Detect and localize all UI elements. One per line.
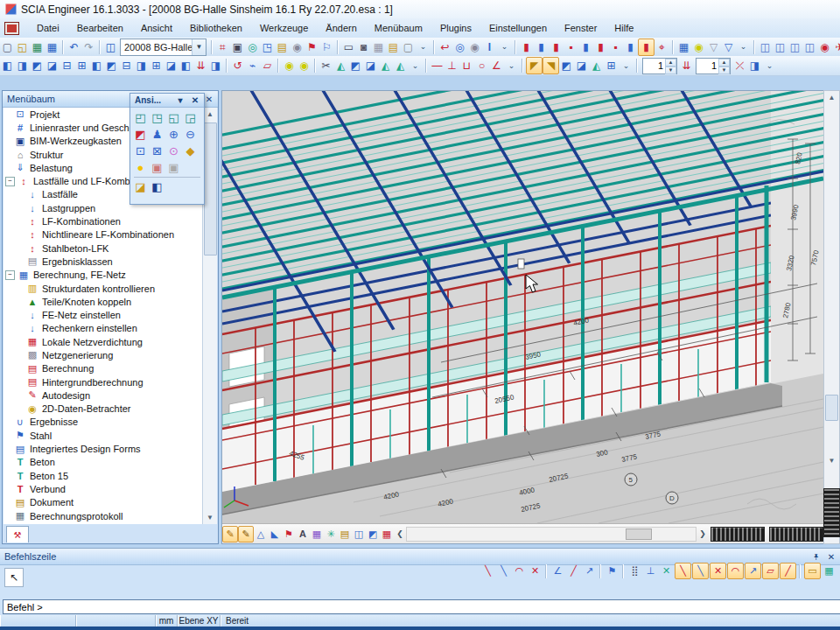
tree-item-netzgenerierung[interactable]: Netzgenerierung [4, 348, 203, 361]
break-icon[interactable] [348, 58, 363, 74]
menu-datei[interactable]: Datei [28, 20, 68, 36]
horizontal-scrollbar[interactable] [406, 527, 696, 542]
zoom-all-icon[interactable] [149, 143, 165, 159]
tree-item-ergebnisklassen[interactable]: Ergebnisklassen [4, 255, 203, 268]
vertical-scrollbar[interactable]: ▲ ▼ [823, 90, 840, 544]
snap-line-icon[interactable] [480, 564, 495, 578]
visibility-icon[interactable] [817, 39, 832, 55]
subregion-icon[interactable] [119, 58, 134, 74]
print-preview-icon[interactable] [356, 39, 371, 55]
select-beam-icon[interactable] [519, 39, 534, 55]
redo-icon[interactable] [81, 39, 96, 55]
light-icon[interactable] [132, 159, 149, 176]
close-icon[interactable]: ✕ [825, 550, 837, 563]
document-window-icon[interactable] [4, 22, 19, 35]
calculator-icon[interactable] [371, 39, 386, 55]
angle-icon[interactable] [489, 58, 504, 74]
menu-menubaum[interactable]: Menübaum [366, 20, 431, 36]
tree-item-dokument[interactable]: Dokument [4, 496, 203, 509]
command-input[interactable]: Befehl > [3, 599, 840, 614]
arc-3pt-icon[interactable] [459, 58, 474, 74]
tree-item-lf-kombinationen[interactable]: LF-Kombinationen [4, 214, 203, 228]
menu-werkzeuge[interactable]: Werkzeuge [251, 20, 317, 36]
scroll-up-icon[interactable]: ▲ [824, 91, 839, 104]
intersection-icon[interactable] [208, 58, 223, 74]
rotate-z-control[interactable] [823, 488, 840, 537]
tree-item-ergebnisse[interactable]: Ergebnisse [4, 416, 203, 429]
top-view-icon[interactable] [182, 109, 199, 126]
copy-attributes-icon[interactable] [758, 39, 773, 55]
filter-icon[interactable] [706, 39, 721, 55]
zoom-in-icon[interactable] [165, 126, 182, 143]
save-all-icon[interactable] [30, 39, 45, 55]
filter-active-icon[interactable] [721, 39, 736, 55]
spinner-buttons[interactable]: ▲▼ [718, 59, 730, 74]
toolbar-overflow-icon[interactable] [619, 58, 634, 74]
picture-export-icon[interactable] [386, 39, 401, 55]
scrollbar-thumb[interactable] [204, 122, 217, 256]
polyline-icon[interactable] [245, 58, 260, 74]
status-plane[interactable]: Ebene XY [178, 615, 220, 626]
select-by-property-icon[interactable] [593, 39, 608, 55]
project-settings-icon[interactable] [215, 39, 230, 55]
circle-icon[interactable] [474, 58, 489, 74]
support-icon[interactable] [45, 58, 60, 74]
tree-item-rechenkern[interactable]: Rechenkern einstellen [4, 322, 203, 335]
snap-orthogonal-icon[interactable] [745, 563, 761, 579]
scroll-down-icon[interactable]: ▼ [824, 454, 839, 467]
scale-spinner[interactable]: 1 ▲▼ [696, 58, 731, 74]
section-box-icon[interactable] [132, 178, 149, 195]
combobox-arrow-icon[interactable]: ▼ [192, 39, 206, 55]
tree-item-teile-knoten[interactable]: Teile/Knoten koppeln [4, 295, 203, 308]
zoom-selection-icon[interactable] [165, 143, 182, 159]
cross-link-icon[interactable] [60, 58, 74, 74]
menu-ansicht[interactable]: Ansicht [132, 20, 181, 36]
render-mode-icon[interactable] [149, 159, 165, 176]
trim-icon[interactable] [318, 58, 333, 74]
labels-display-icon[interactable] [296, 527, 310, 542]
edit-draw2-icon[interactable] [238, 526, 254, 542]
toolbar-overflow-icon[interactable] [408, 58, 423, 74]
edit-draw-icon[interactable] [222, 526, 238, 542]
new-file-icon[interactable] [0, 39, 15, 55]
status-units[interactable]: mm [156, 615, 178, 626]
clipping-box-icon[interactable] [182, 143, 199, 159]
tree-item-beton[interactable]: Beton [4, 456, 203, 469]
snap-tangent-icon[interactable] [727, 563, 744, 579]
stretch-icon[interactable] [393, 58, 408, 74]
tree-item-2d-daten[interactable]: 2D-Daten-Betrachter [4, 402, 203, 416]
view-parameters-icon[interactable] [149, 178, 165, 195]
menu-bibliotheken[interactable]: Bibliotheken [181, 20, 251, 36]
perpendicular-icon[interactable] [444, 58, 459, 74]
mesh-ball-icon[interactable] [290, 39, 304, 55]
rotate-x-control[interactable] [710, 527, 765, 542]
print-icon[interactable] [341, 39, 356, 55]
node-grid-icon[interactable] [467, 39, 482, 55]
pin-icon[interactable]: 🖈 [810, 550, 822, 563]
internal-edge-icon[interactable] [149, 58, 164, 74]
clipboard-icon[interactable] [275, 39, 290, 55]
snap-arc-icon[interactable] [512, 564, 527, 578]
window-icon[interactable] [103, 39, 118, 55]
tree-item-hintergrundberechnung[interactable]: Hintergrundberechnung [4, 375, 203, 388]
snap-edge-icon[interactable] [780, 563, 796, 579]
snap-angle-icon[interactable] [550, 564, 565, 578]
line-icon[interactable] [430, 58, 444, 74]
internal-node-icon[interactable] [134, 58, 149, 74]
node-pair2-icon[interactable] [297, 58, 312, 74]
ucs-align-icon[interactable] [589, 58, 604, 74]
opening-icon[interactable] [104, 58, 119, 74]
section-plane-icon[interactable] [268, 527, 282, 542]
collapse-toggle-icon[interactable]: − [5, 177, 15, 186]
axes-display-icon[interactable] [324, 527, 338, 542]
close-icon[interactable]: ✕ [189, 94, 201, 107]
tree-item-autodesign[interactable]: Autodesign [4, 388, 203, 402]
project-combobox[interactable]: 20008 BG-Halle Sir ▼ [120, 38, 206, 56]
menu-plugins[interactable]: Plugins [431, 20, 480, 36]
tree-item-stahlbeton-lfk[interactable]: Stahlbeton-LFK [4, 242, 203, 255]
toolbar-overflow-icon[interactable] [736, 39, 751, 55]
node-pair-icon[interactable] [282, 58, 297, 74]
tree-item-berechnung-fenetz[interactable]: −Berechnung, FE-Netz [4, 269, 203, 282]
hinge-icon[interactable] [30, 58, 45, 74]
collapse-toggle-icon[interactable]: − [5, 270, 15, 280]
